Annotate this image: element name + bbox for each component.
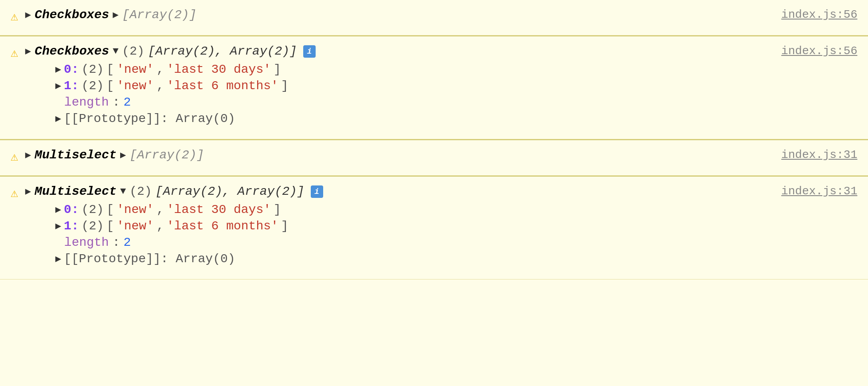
length-line: length : 2 bbox=[47, 236, 764, 249]
bracket-open-1: [ bbox=[106, 219, 114, 233]
comma-1: , bbox=[156, 79, 164, 93]
bracket-close-0: ] bbox=[274, 203, 281, 217]
array-triangle-down[interactable]: ▼ bbox=[113, 46, 118, 57]
colon: : bbox=[113, 236, 120, 249]
prototype-text: [[Prototype]]: Array(0) bbox=[64, 112, 235, 126]
content-area: ▶ Checkboxes ▶ [Array(2)] bbox=[25, 8, 764, 22]
console-row-multiselect-expanded: ⚠ ▶ Multiselect ▼ (2) [Array(2), Array(2… bbox=[0, 177, 868, 280]
prototype-line: ▶ [[Prototype]]: Array(0) bbox=[47, 252, 764, 266]
item-count-1: (2) bbox=[82, 79, 104, 93]
warning-icon: ⚠ bbox=[11, 45, 18, 60]
expanded-content: ▶ 0: (2) ['new', 'last 30 days'] ▶ 1: (2… bbox=[25, 203, 764, 266]
item-count-0: (2) bbox=[82, 63, 104, 76]
row-left: ⚠ ▶ Multiselect ▼ (2) [Array(2), Array(2… bbox=[11, 185, 763, 268]
bracket-open-1: [ bbox=[106, 79, 114, 93]
array-item-0: ▶ 0: (2) ['new', 'last 30 days'] bbox=[47, 63, 764, 76]
info-badge: i bbox=[303, 45, 316, 58]
bracket-close-1: ] bbox=[281, 219, 289, 233]
warning-icon: ⚠ bbox=[11, 149, 18, 164]
item-expand-1[interactable]: ▶ bbox=[55, 80, 61, 92]
item-count-1: (2) bbox=[82, 219, 104, 233]
component-name: Checkboxes bbox=[35, 8, 109, 22]
first-line: ▶ Multiselect ▶ [Array(2)] bbox=[25, 148, 764, 162]
item-val-1-1: 'last 6 months' bbox=[167, 79, 278, 93]
length-line: length : 2 bbox=[47, 95, 764, 109]
expand-toggle[interactable]: ▶ bbox=[25, 149, 31, 161]
warning-icon: ⚠ bbox=[11, 185, 18, 201]
console-row-checkboxes-collapsed: ⚠ ▶ Checkboxes ▶ [Array(2)] index.js:56 bbox=[0, 0, 868, 35]
content-area: ▶ Multiselect ▼ (2) [Array(2), Array(2)]… bbox=[25, 185, 764, 268]
array-triangle[interactable]: ▶ bbox=[120, 149, 126, 161]
row-left: ⚠ ▶ Multiselect ▶ [Array(2)] bbox=[11, 148, 763, 164]
item-expand-0[interactable]: ▶ bbox=[55, 204, 61, 216]
item-val-1-1: 'last 6 months' bbox=[167, 219, 278, 233]
proto-expand[interactable]: ▶ bbox=[55, 253, 61, 265]
count: (2) bbox=[122, 44, 144, 58]
array-triangle-down[interactable]: ▼ bbox=[120, 186, 126, 197]
item-expand-0[interactable]: ▶ bbox=[55, 63, 61, 75]
comma-1: , bbox=[156, 219, 164, 233]
expanded-content: ▶ 0: (2) ['new', 'last 30 days'] ▶ 1: (2… bbox=[25, 63, 764, 126]
comma-0: , bbox=[156, 63, 164, 76]
row-left: ⚠ ▶ Checkboxes ▼ (2) [Array(2), Array(2)… bbox=[11, 44, 763, 128]
first-line: ▶ Checkboxes ▼ (2) [Array(2), Array(2)] … bbox=[25, 44, 764, 58]
count: (2) bbox=[129, 185, 152, 198]
expand-toggle[interactable]: ▶ bbox=[25, 45, 31, 57]
item-val-0-1: 'last 30 days' bbox=[167, 203, 271, 217]
array-item-1: ▶ 1: (2) ['new', 'last 6 months'] bbox=[47, 219, 764, 233]
expand-toggle[interactable]: ▶ bbox=[25, 185, 31, 197]
array-items-label: [Array(2), Array(2)] bbox=[148, 44, 297, 58]
bracket-open-0: [ bbox=[106, 203, 114, 217]
warning-icon: ⚠ bbox=[11, 9, 18, 24]
console-row-checkboxes-expanded: ⚠ ▶ Checkboxes ▼ (2) [Array(2), Array(2)… bbox=[0, 36, 868, 139]
array-summary: [Array(2)] bbox=[122, 8, 196, 22]
prototype-line: ▶ [[Prototype]]: Array(0) bbox=[47, 112, 764, 126]
first-line: ▶ Checkboxes ▶ [Array(2)] bbox=[25, 8, 764, 22]
length-val: 2 bbox=[124, 95, 131, 109]
item-val-1-0: 'new' bbox=[117, 219, 154, 233]
bracket-close-0: ] bbox=[274, 63, 281, 76]
file-link[interactable]: index.js:31 bbox=[781, 148, 857, 161]
file-link[interactable]: index.js:56 bbox=[781, 8, 857, 21]
prototype-text: [[Prototype]]: Array(0) bbox=[64, 252, 235, 266]
proto-expand[interactable]: ▶ bbox=[55, 113, 61, 125]
item-expand-1[interactable]: ▶ bbox=[55, 220, 61, 232]
first-line: ▶ Multiselect ▼ (2) [Array(2), Array(2)]… bbox=[25, 185, 764, 198]
item-val-0-1: 'last 30 days' bbox=[167, 63, 271, 76]
array-items-label: [Array(2), Array(2)] bbox=[156, 185, 305, 198]
bracket-open-0: [ bbox=[106, 63, 114, 76]
item-index-1: 1: bbox=[64, 79, 79, 93]
item-index-1: 1: bbox=[64, 219, 79, 233]
item-index-0: 0: bbox=[64, 203, 79, 217]
component-name: Multiselect bbox=[35, 148, 117, 162]
bracket-close-1: ] bbox=[281, 79, 289, 93]
item-val-0-0: 'new' bbox=[117, 203, 154, 217]
console-row-multiselect-collapsed: ⚠ ▶ Multiselect ▶ [Array(2)] index.js:31 bbox=[0, 140, 868, 176]
colon: : bbox=[113, 95, 120, 109]
content-area: ▶ Checkboxes ▼ (2) [Array(2), Array(2)] … bbox=[25, 44, 764, 128]
file-link[interactable]: index.js:56 bbox=[781, 44, 857, 58]
item-val-0-0: 'new' bbox=[117, 63, 154, 76]
info-badge: i bbox=[311, 185, 323, 198]
file-link[interactable]: index.js:31 bbox=[781, 185, 857, 198]
comma-0: , bbox=[156, 203, 164, 217]
length-key: length bbox=[64, 95, 109, 109]
array-item-1: ▶ 1: (2) ['new', 'last 6 months'] bbox=[47, 79, 764, 93]
expand-toggle[interactable]: ▶ bbox=[25, 9, 31, 21]
length-key: length bbox=[64, 236, 109, 249]
item-val-1-0: 'new' bbox=[117, 79, 154, 93]
item-count-0: (2) bbox=[82, 203, 104, 217]
array-triangle[interactable]: ▶ bbox=[113, 9, 118, 21]
array-item-0: ▶ 0: (2) ['new', 'last 30 days'] bbox=[47, 203, 764, 217]
component-name: Multiselect bbox=[35, 185, 117, 198]
item-index-0: 0: bbox=[64, 63, 79, 76]
row-left: ⚠ ▶ Checkboxes ▶ [Array(2)] bbox=[11, 8, 763, 24]
content-area: ▶ Multiselect ▶ [Array(2)] bbox=[25, 148, 764, 162]
array-summary: [Array(2)] bbox=[129, 148, 204, 162]
length-val: 2 bbox=[124, 236, 131, 249]
component-name: Checkboxes bbox=[35, 44, 109, 58]
